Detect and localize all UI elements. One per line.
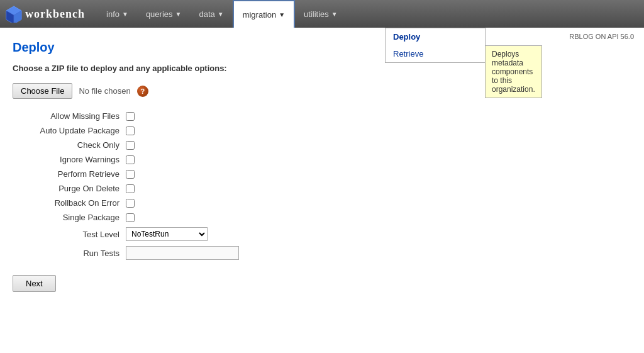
option-auto-update-package: Auto Update Package — [13, 126, 631, 135]
help-icon[interactable]: ? — [137, 86, 148, 97]
option-test-level: Test Level NoTestRun RunLocalTests RunAl… — [13, 227, 631, 241]
checkbox-auto-update-package[interactable] — [126, 126, 135, 135]
migration-dropdown: Deploy Retrieve Deploys metadata compone… — [385, 28, 486, 63]
nav-data-label: data — [199, 9, 214, 19]
checkbox-purge-on-delete[interactable] — [126, 184, 135, 193]
page-content: Deploy Choose a ZIP file to deploy and a… — [0, 28, 644, 305]
nav-queries-arrow: ▼ — [175, 11, 182, 18]
option-single-package: Single Package — [13, 213, 631, 222]
nav-data[interactable]: data ▼ — [190, 0, 232, 28]
nav-migration[interactable]: migration ▼ — [233, 0, 295, 28]
input-run-tests[interactable] — [126, 246, 239, 260]
nav-utilities-arrow: ▼ — [331, 11, 338, 18]
option-rollback-on-error: Rollback On Error — [13, 198, 631, 208]
select-test-level[interactable]: NoTestRun RunLocalTests RunAllTestsInOrg — [126, 227, 208, 241]
nav-queries[interactable]: queries ▼ — [137, 0, 191, 28]
no-file-label: No file chosen — [79, 86, 130, 96]
option-label-ignore-warnings: Ignore Warnings — [13, 155, 119, 164]
option-label-allow-missing-files: Allow Missing Files — [13, 111, 119, 121]
option-label-rollback-on-error: Rollback On Error — [13, 198, 119, 208]
brand-text: workbench — [25, 8, 85, 21]
option-label-perform-retrieve: Perform Retrieve — [13, 169, 119, 179]
checkbox-rollback-on-error[interactable] — [126, 199, 135, 208]
option-run-tests: Run Tests — [13, 246, 631, 260]
option-label-test-level: Test Level — [13, 230, 119, 239]
nav-info-label: info — [106, 9, 119, 19]
checkbox-check-only[interactable] — [126, 141, 135, 150]
dropdown-retrieve[interactable]: Retrieve Deploys metadata components to … — [386, 45, 485, 62]
checkbox-allow-missing-files[interactable] — [126, 112, 135, 121]
nav-info-arrow: ▼ — [122, 11, 128, 18]
nav-utilities-label: utilities — [304, 9, 329, 19]
nav-utilities[interactable]: utilities ▼ — [295, 0, 347, 28]
option-label-single-package: Single Package — [13, 213, 119, 222]
nav-data-arrow: ▼ — [218, 11, 224, 18]
dropdown-deploy[interactable]: Deploy — [386, 28, 485, 45]
cube-icon — [5, 5, 23, 23]
choose-file-button[interactable]: Choose File — [13, 83, 72, 99]
checkbox-ignore-warnings[interactable] — [126, 155, 135, 164]
nav-migration-arrow: ▼ — [279, 11, 285, 18]
option-label-check-only: Check Only — [13, 140, 119, 150]
nav-info[interactable]: info ▼ — [97, 0, 137, 28]
tooltip-text: Deploys metadata components to this orga… — [492, 50, 535, 94]
option-allow-missing-files: Allow Missing Files — [13, 111, 631, 121]
option-perform-retrieve: Perform Retrieve — [13, 169, 631, 179]
dropdown-deploy-label: Deploy — [393, 32, 437, 42]
option-purge-on-delete: Purge On Delete — [13, 184, 631, 193]
checkbox-perform-retrieve[interactable] — [126, 170, 135, 179]
options-table: Allow Missing Files Auto Update Package … — [13, 111, 631, 260]
nav-queries-label: queries — [146, 9, 173, 19]
brand: workbench — [5, 5, 85, 23]
option-label-run-tests: Run Tests — [13, 249, 119, 258]
nav-migration-label: migration — [243, 10, 276, 20]
dropdown-retrieve-label: Retrieve — [393, 49, 437, 59]
checkbox-single-package[interactable] — [126, 213, 135, 222]
option-check-only: Check Only — [13, 140, 631, 150]
option-label-auto-update-package: Auto Update Package — [13, 126, 119, 135]
migration-tooltip: Deploys metadata components to this orga… — [485, 45, 542, 98]
option-ignore-warnings: Ignore Warnings — [13, 155, 631, 164]
option-label-purge-on-delete: Purge On Delete — [13, 184, 119, 193]
navbar: workbench info ▼ queries ▼ data ▼ migrat… — [0, 0, 644, 28]
next-button[interactable]: Next — [13, 275, 56, 292]
